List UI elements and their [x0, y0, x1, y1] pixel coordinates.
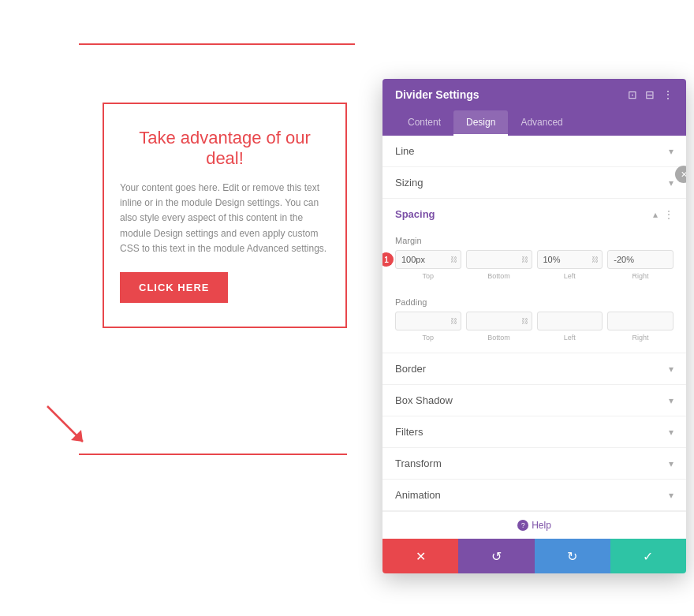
section-animation[interactable]: Animation ▾	[382, 480, 686, 511]
section-transform[interactable]: Transform ▾	[382, 448, 686, 480]
section-sizing-label: Sizing	[395, 177, 423, 189]
cancel-button[interactable]: ✕	[382, 539, 458, 573]
bottom-divider-line	[79, 454, 347, 455]
spacing-label: Spacing	[395, 208, 435, 220]
padding-bottom-label: Bottom	[466, 334, 532, 342]
panel-tabs: Content Design Advanced	[382, 110, 686, 136]
columns-icon[interactable]: ⊟	[645, 88, 655, 101]
section-border[interactable]: Border ▾	[382, 353, 686, 385]
padding-fields: ⛓ ⛓	[395, 312, 673, 330]
section-line[interactable]: Line ▾	[382, 136, 686, 167]
margin-right-label: Right	[607, 272, 673, 280]
content-body: Your content goes here. Edit or remove t…	[120, 181, 330, 256]
margin-label: Margin	[395, 236, 673, 245]
section-sizing[interactable]: Sizing ▾	[382, 167, 686, 199]
section-line-chevron: ▾	[669, 146, 673, 157]
spacing-more[interactable]: ⋮	[664, 209, 673, 220]
panel-title: Divider Settings	[395, 88, 479, 101]
padding-top-field: ⛓	[395, 312, 461, 330]
expand-icon[interactable]: ⊡	[628, 88, 637, 101]
padding-left-label: Left	[537, 334, 603, 342]
margin-field-labels: Top Bottom Left Right	[395, 271, 673, 280]
content-heading: Take advantage of our deal!	[120, 128, 330, 169]
margin-top-field: ⛓	[395, 250, 461, 269]
section-transform-label: Transform	[395, 457, 442, 469]
margin-right-field	[607, 250, 673, 269]
help-text: Help	[532, 520, 551, 531]
section-filters-label: Filters	[395, 426, 423, 438]
tab-design[interactable]: Design	[453, 110, 508, 136]
link-icon-padding-bottom: ⛓	[521, 317, 528, 325]
margin-top-label: Top	[395, 272, 461, 280]
spacing-chevron-up: ▴	[653, 209, 658, 220]
save-button[interactable]: ✓	[610, 539, 686, 573]
arrow-indicator	[43, 402, 91, 453]
content-section: Take advantage of our deal! Your content…	[103, 103, 347, 328]
panel-header: Divider Settings ⊡ ⊟ ⋮	[382, 79, 686, 110]
link-icon-padding-top: ⛓	[450, 317, 457, 325]
padding-top-label: Top	[395, 334, 461, 342]
margin-bottom-field: ⛓	[466, 250, 532, 269]
padding-right-label: Right	[607, 334, 673, 342]
margin-group: Margin 1 ⛓ ⛓ ⛓	[382, 230, 686, 291]
section-filters[interactable]: Filters ▾	[382, 416, 686, 448]
padding-field-labels: Top Bottom Left Right	[395, 332, 673, 342]
link-icon-margin-left: ⛓	[591, 256, 599, 263]
padding-right-input[interactable]	[607, 312, 673, 330]
margin-left-field: ⛓	[537, 250, 603, 269]
section-animation-chevron: ▾	[669, 490, 673, 501]
help-icon: ?	[517, 520, 528, 531]
panel-header-icons: ⊡ ⊟ ⋮	[628, 88, 673, 101]
spacing-header[interactable]: Spacing ▴ ⋮	[382, 199, 686, 230]
spacing-header-right: ▴ ⋮	[653, 209, 673, 220]
top-divider-line	[79, 43, 355, 45]
tab-advanced[interactable]: Advanced	[508, 110, 575, 136]
padding-group: Padding ⛓ ⛓	[382, 291, 686, 353]
section-sizing-chevron: ▾	[669, 177, 673, 189]
panel-actions: ✕ ↺ ↻ ✓	[382, 539, 686, 573]
margin-badge: 1	[382, 252, 394, 267]
padding-left-field	[537, 312, 603, 330]
padding-bottom-field: ⛓	[466, 312, 532, 330]
padding-label: Padding	[395, 297, 673, 307]
panel-footer: ? Help	[382, 511, 686, 539]
margin-right-input[interactable]	[607, 250, 673, 269]
margin-bottom-label: Bottom	[466, 272, 532, 280]
margin-fields: ⛓ ⛓ ⛓	[395, 250, 673, 269]
help-link[interactable]: ? Help	[390, 520, 678, 531]
section-border-label: Border	[395, 363, 426, 375]
section-box-shadow-label: Box Shadow	[395, 394, 453, 406]
panel-body: Line ▾ Sizing ▾ Spacing ▴ ⋮ Margin 1	[382, 136, 686, 539]
section-box-shadow-chevron: ▾	[669, 395, 673, 406]
section-border-chevron: ▾	[669, 364, 673, 375]
margin-left-label: Left	[537, 272, 603, 280]
redo-button[interactable]: ↻	[535, 539, 610, 573]
section-line-label: Line	[395, 145, 415, 157]
section-filters-chevron: ▾	[669, 427, 673, 438]
link-icon-margin-top: ⛓	[450, 256, 457, 263]
padding-right-field	[607, 312, 673, 330]
tab-content[interactable]: Content	[395, 110, 453, 136]
section-animation-label: Animation	[395, 489, 441, 501]
section-box-shadow[interactable]: Box Shadow ▾	[382, 385, 686, 416]
section-spacing: Spacing ▴ ⋮ Margin 1 ⛓	[382, 199, 686, 353]
section-transform-chevron: ▾	[669, 458, 673, 469]
margin-row-wrapper: 1 ⛓ ⛓ ⛓	[395, 250, 673, 269]
settings-panel: ✕ Divider Settings ⊡ ⊟ ⋮ Content Design …	[382, 79, 686, 573]
more-icon[interactable]: ⋮	[662, 88, 673, 101]
undo-button[interactable]: ↺	[458, 539, 534, 573]
cta-button[interactable]: CLICK HERE	[120, 272, 228, 303]
padding-left-input[interactable]	[537, 312, 603, 330]
link-icon-margin-bottom: ⛓	[521, 256, 528, 263]
